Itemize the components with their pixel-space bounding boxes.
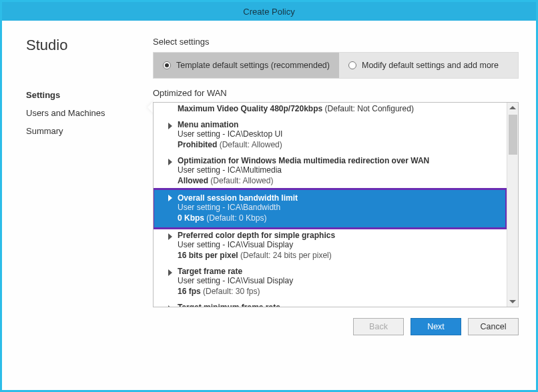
setting-title: Overall session bandwidth limit [178,193,298,203]
setting-row-menu-animation[interactable]: Menu animation User setting - ICA\Deskto… [154,117,506,153]
setting-value: 0 Kbps [178,213,204,223]
settings-mode-radio-group: Template default settings (recommended) … [153,52,519,79]
sidebar: Studio Settings Users and Machines Summa… [26,37,140,378]
radio-modify-default[interactable]: Modify default settings and add more [339,53,508,78]
setting-value: Allowed [178,176,208,185]
setting-default: (Default: Allowed) [210,176,273,185]
main-panel: Select settings Template default setting… [153,37,519,378]
radio-template-label: Template default settings (recommended) [176,61,330,70]
setting-meta: User setting - ICA\Visual Display [178,240,506,249]
scroll-down-icon[interactable] [509,300,516,303]
setting-default: (Default: Not Configured) [325,104,414,113]
setting-value: 16 bits per pixel [178,251,238,260]
chevron-right-icon [168,195,172,201]
window-title: Create Policy [243,7,294,17]
setting-default: (Default: 0 Kbps) [206,213,266,223]
scroll-thumb[interactable] [509,115,517,155]
content-area: Studio Settings Users and Machines Summa… [2,21,536,390]
setting-meta: User setting - ICA\Bandwidth [178,203,506,212]
setting-row-preferred-color-depth[interactable]: Preferred color depth for simple graphic… [154,228,506,264]
setting-title: Target frame rate [178,267,242,276]
setting-default: (Default: 24 bits per pixel) [240,251,332,260]
setting-row-wm-optimization[interactable]: Optimization for Windows Media multimedi… [154,153,506,189]
chevron-right-icon [168,123,172,129]
setting-default: (Default: 30 fps) [203,287,260,296]
sidebar-item-users-and-machines[interactable]: Users and Machines [26,104,140,122]
radio-circle-icon [163,61,171,69]
setting-default: (Default: Allowed) [220,140,282,149]
chevron-right-icon [168,159,172,165]
dialog-window: Create Policy Studio Settings Users and … [0,0,538,392]
title-bar: Create Policy [2,2,536,21]
setting-meta: User setting - ICA\Multimedia [178,165,506,175]
setting-value: 16 fps [178,287,201,296]
setting-title: Menu animation [178,120,238,129]
chevron-right-icon [168,233,172,240]
setting-row-target-min-frame-rate[interactable]: Target minimum frame rate User setting -… [154,300,506,307]
next-button[interactable]: Next [411,318,461,335]
radio-modify-label: Modify default settings and add more [362,61,499,70]
sidebar-item-settings[interactable]: Settings [26,86,140,104]
radio-template-default[interactable]: Template default settings (recommended) [154,53,339,78]
setting-title: Optimization for Windows Media multimedi… [178,156,429,165]
chevron-right-icon [168,305,172,307]
radio-circle-icon [348,61,356,69]
dialog-footer: Back Next Cancel [153,307,519,335]
setting-row-max-video-quality[interactable]: Maximum Video Quality 480p/720kbps (Defa… [154,103,506,117]
setting-row-target-frame-rate[interactable]: Target frame rate User setting - ICA\Vis… [154,264,506,300]
scroll-up-icon[interactable] [509,106,516,109]
sidebar-item-summary[interactable]: Summary [26,122,140,140]
setting-title: Preferred color depth for simple graphic… [178,231,335,240]
cancel-button[interactable]: Cancel [468,318,519,335]
back-button[interactable]: Back [353,318,404,335]
scrollbar[interactable] [507,103,518,307]
sidebar-title: Studio [26,37,140,54]
setting-row-overall-bandwidth[interactable]: Overall session bandwidth limit User set… [154,189,506,228]
setting-title: Target minimum frame rate [178,303,280,307]
setting-meta: User setting - ICA\Desktop UI [178,129,506,139]
setting-title: Maximum Video Quality 480p/720kbps [178,104,322,113]
settings-scroll-viewport: Maximum Video Quality 480p/720kbps (Defa… [154,103,518,307]
setting-meta: User setting - ICA\Visual Display [178,276,506,285]
optimized-for-wan-label: Optimized for WAN [153,88,519,98]
select-settings-label: Select settings [153,37,519,47]
chevron-right-icon [168,269,172,276]
settings-list: Maximum Video Quality 480p/720kbps (Defa… [153,102,519,307]
setting-value: Prohibited [178,140,217,149]
